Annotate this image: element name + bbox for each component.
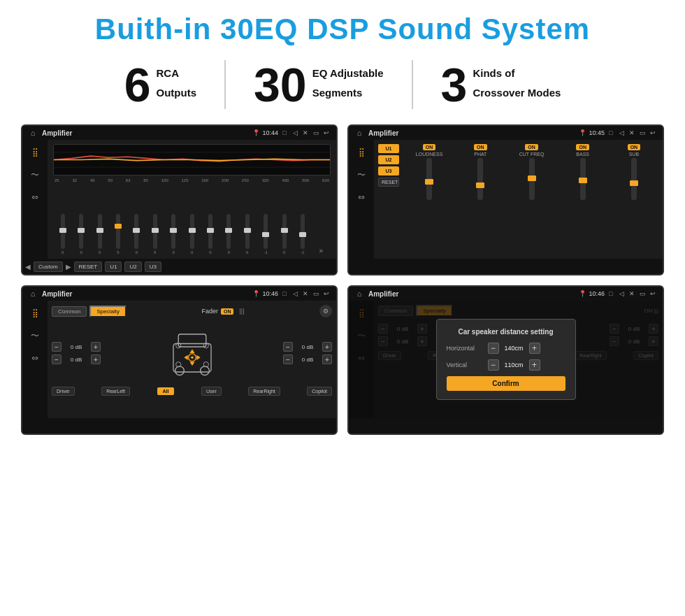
eq-slider-1[interactable]: 0 (55, 214, 71, 255)
eq-slider-expand[interactable]: » (313, 247, 329, 255)
dialog-title: Car speaker distance setting (447, 328, 565, 336)
preset-u1[interactable]: U1 (378, 144, 399, 153)
eq-sidebar-icon-1[interactable]: ⣿ (27, 145, 43, 159)
vertical-minus[interactable]: − (488, 359, 499, 371)
copilot-btn[interactable]: Copilot (307, 387, 332, 396)
eq-u2-btn[interactable]: U2 (124, 262, 141, 272)
eq-next[interactable]: ▶ (66, 263, 71, 271)
fader-sidebar-icon-2[interactable]: 〜 (27, 329, 43, 343)
eq-content: ⣿ 〜 ⇔ (22, 140, 336, 259)
eq-graph[interactable] (53, 144, 331, 176)
location-icon: 📍 (252, 129, 260, 137)
eq-slider-7[interactable]: 0 (165, 214, 181, 255)
amp-status-title: Amplifier (368, 129, 574, 137)
bass-slider[interactable] (580, 158, 586, 200)
preset-u2[interactable]: U2 (378, 155, 399, 164)
eq-screen-card: ⌂ Amplifier 📍 10:44 □ ◁ ✕ ▭ ↩ ⣿ 〜 ⇔ (21, 124, 338, 275)
fader-win-icon: ▭ (312, 289, 320, 298)
back-icon[interactable]: ↩ (322, 129, 331, 137)
eq-slider-3[interactable]: 0 (92, 214, 108, 255)
eq-sidebar-icon-2[interactable]: 〜 (27, 168, 43, 182)
cutfreq-slider[interactable] (529, 158, 535, 200)
driver-btn[interactable]: Driver (52, 387, 75, 396)
eq-sidebar-icon-3[interactable]: ⇔ (27, 190, 43, 204)
amp-sidebar-icon-1[interactable]: ⣿ (353, 145, 370, 159)
home-icon[interactable]: ⌂ (28, 128, 38, 138)
sub-toggle[interactable]: ON (628, 144, 641, 150)
svg-point-9 (191, 357, 194, 359)
fader-sidebar-icon-3[interactable]: ⇔ (27, 351, 43, 365)
rearright-btn[interactable]: RearRight (248, 387, 280, 396)
eq-slider-6[interactable]: 0 (147, 214, 163, 255)
fader-back-icon[interactable]: ↩ (322, 289, 331, 298)
eq-slider-12[interactable]: -1 (257, 214, 273, 255)
btn-common[interactable]: Common (52, 306, 87, 317)
rl-minus[interactable]: − (52, 354, 62, 364)
eq-slider-10[interactable]: 0 (221, 214, 237, 255)
fader-status-icons: 📍 10:46 □ ◁ ✕ ▭ ↩ (252, 289, 331, 298)
dialog-back-icon[interactable]: ↩ (649, 289, 657, 298)
fader-loc-icon: 📍 (252, 289, 260, 298)
sub-label: SUB (629, 152, 639, 157)
rr-plus[interactable]: + (322, 354, 332, 364)
fader-content: ⣿ 〜 ⇔ Common Specialty Fader ON ||| ⚙ (22, 301, 336, 418)
cutfreq-toggle[interactable]: ON (525, 144, 538, 150)
rl-plus[interactable]: + (91, 354, 101, 364)
rl-value: 0 dB (64, 357, 89, 363)
stat-label-crossover-1: Kinds of (473, 66, 561, 80)
freq-50: 50 (108, 178, 113, 182)
eq-u1-btn[interactable]: U1 (105, 262, 122, 272)
eq-u3-btn[interactable]: U3 (145, 262, 161, 272)
freq-40: 40 (90, 178, 95, 182)
fl-minus[interactable]: − (52, 342, 62, 352)
freq-500: 500 (302, 178, 309, 182)
bass-toggle[interactable]: ON (576, 144, 589, 150)
amp-back-icon[interactable]: ↩ (649, 129, 657, 137)
btn-specialty[interactable]: Specialty (89, 306, 126, 317)
phat-toggle[interactable]: ON (474, 144, 487, 150)
amp-reset[interactable]: RESET (378, 178, 399, 187)
fl-plus[interactable]: + (91, 342, 101, 352)
home-icon-2[interactable]: ⌂ (354, 128, 364, 138)
eq-slider-4[interactable]: 5 (110, 214, 126, 255)
confirm-button[interactable]: Confirm (447, 376, 565, 391)
horizontal-minus[interactable]: − (488, 343, 499, 354)
horizontal-plus[interactable]: + (529, 343, 540, 354)
fr-minus[interactable]: − (283, 342, 293, 352)
sub-slider[interactable] (631, 158, 637, 200)
vertical-plus[interactable]: + (529, 359, 540, 371)
eq-prev[interactable]: ◀ (25, 263, 31, 271)
stat-crossover: 3 Kinds of Crossover Modes (413, 61, 589, 108)
eq-slider-13[interactable]: 0 (276, 214, 292, 255)
eq-slider-9[interactable]: 0 (202, 214, 218, 255)
eq-slider-5[interactable]: 0 (129, 214, 145, 255)
eq-slider-14[interactable]: -1 (294, 214, 310, 255)
eq-reset-btn[interactable]: RESET (74, 262, 103, 272)
loudness-slider[interactable] (426, 158, 432, 200)
preset-u3[interactable]: U3 (378, 166, 399, 176)
user-btn[interactable]: User (201, 387, 222, 396)
eq-custom-btn[interactable]: Custom (34, 262, 63, 272)
eq-slider-8[interactable]: 0 (184, 214, 200, 255)
eq-freq-labels: 25 32 40 50 63 80 100 125 160 200 250 32… (53, 178, 331, 182)
phat-slider[interactable] (477, 158, 483, 200)
volume-icon: ◁ (291, 129, 299, 137)
fader-grid: − 0 dB + − 0 dB + (52, 322, 332, 385)
fader-home-icon[interactable]: ⌂ (28, 289, 38, 299)
dialog-home-icon[interactable]: ⌂ (354, 289, 364, 299)
stat-number-crossover: 3 (441, 61, 468, 108)
freq-400: 400 (282, 178, 289, 182)
amp-sidebar-icon-3[interactable]: ⇔ (353, 190, 370, 204)
loudness-toggle[interactable]: ON (423, 144, 436, 150)
all-btn[interactable]: All (157, 387, 175, 395)
fader-sidebar-icon-1[interactable]: ⣿ (27, 306, 43, 320)
amp-sidebar-icon-2[interactable]: 〜 (353, 168, 370, 182)
rearleft-btn[interactable]: RearLeft (101, 387, 130, 396)
fr-plus[interactable]: + (322, 342, 332, 352)
eq-slider-2[interactable]: 0 (73, 214, 89, 255)
dialog-close-icon: ✕ (628, 289, 636, 298)
fader-settings-icon[interactable]: ⚙ (319, 305, 332, 317)
rr-minus[interactable]: − (283, 354, 293, 364)
eq-slider-11[interactable]: 0 (239, 214, 255, 255)
fader-on-toggle[interactable]: ON (221, 308, 234, 315)
